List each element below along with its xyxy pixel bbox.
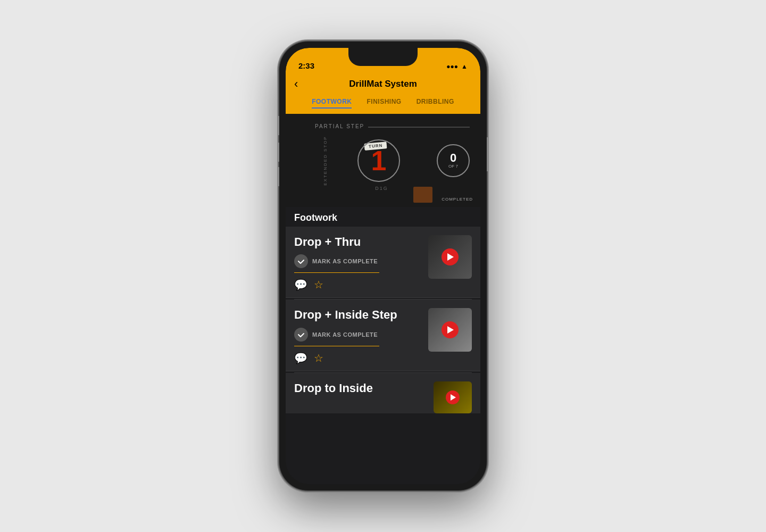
tab-dribbling[interactable]: DRIBBLING (417, 98, 454, 109)
comment-icon[interactable]: 💬 (294, 278, 307, 291)
check-button[interactable] (294, 254, 308, 268)
mark-complete-row: MARK AS COMPLETE (294, 254, 422, 268)
tab-finishing[interactable]: FINISHING (367, 98, 401, 109)
extended-stop-label: EXTENDED STOP (323, 136, 328, 185)
scroll-content: PARTIAL STEP EXTENDED STOP TURN 1 D1G (286, 114, 480, 484)
signal-icon: ●●● (446, 63, 458, 70)
drill-name: Drop + Inside Step (294, 308, 422, 322)
hero-section: PARTIAL STEP EXTENDED STOP TURN 1 D1G (286, 114, 480, 207)
header-title: DrillMat System (349, 79, 417, 89)
header: ‹ DrillMat System FOOTWORK FINISHING DRI… (286, 74, 480, 114)
mark-complete-label: MARK AS COMPLETE (312, 258, 378, 264)
star-icon[interactable]: ☆ (314, 352, 323, 364)
drill-item-partial: Drop to Inside (286, 373, 480, 413)
video-thumbnail[interactable] (434, 381, 472, 413)
play-button[interactable] (434, 381, 472, 413)
drill-info: Drop + Thru MARK AS COMPLETE (294, 235, 422, 291)
completed-of: OF 7 (448, 164, 458, 169)
completed-circle: 0 OF 7 (437, 144, 470, 177)
play-button[interactable] (428, 235, 472, 279)
circle-number: 1 (357, 139, 400, 182)
drill-name: Drop to Inside (294, 381, 427, 395)
video-thumbnail[interactable] (428, 308, 472, 352)
complete-line (294, 272, 379, 273)
tab-bar: FOOTWORK FINISHING DRIBBLING (294, 94, 472, 114)
play-button[interactable] (428, 308, 472, 352)
status-time: 2:33 (298, 61, 314, 70)
star-icon[interactable]: ☆ (314, 278, 323, 291)
drill-actions: 💬 ☆ (294, 352, 422, 364)
section-title: Footwork (286, 207, 480, 227)
drill-info: Drop to Inside (294, 381, 427, 401)
check-button[interactable] (294, 328, 308, 342)
tab-footwork[interactable]: FOOTWORK (312, 98, 352, 109)
phone-notch (348, 48, 418, 66)
back-button[interactable]: ‹ (294, 77, 298, 91)
wifi-icon: ▲ (461, 63, 468, 70)
drill-actions: 💬 ☆ (294, 278, 422, 291)
drill-name: Drop + Thru (294, 235, 422, 249)
dig-label: D1G (375, 186, 388, 191)
partial-step-line (368, 127, 470, 128)
completed-count: 0 (450, 152, 456, 164)
complete-line (294, 346, 379, 346)
drill-info: Drop + Inside Step MARK AS COMPLETE (294, 308, 422, 364)
drill-item: Drop + Inside Step MARK AS COMPLETE (286, 300, 480, 371)
drill-number: 1 (371, 147, 387, 174)
mark-complete-label: MARK AS COMPLETE (312, 331, 378, 338)
status-icons: ●●● ▲ (446, 63, 468, 70)
comment-icon[interactable]: 💬 (294, 352, 307, 364)
small-thumbnail (413, 187, 432, 203)
drill-item: Drop + Thru MARK AS COMPLETE (286, 227, 480, 298)
mark-complete-row: MARK AS COMPLETE (294, 328, 422, 342)
partial-step-label: PARTIAL STEP (315, 123, 364, 129)
video-thumbnail[interactable] (428, 235, 472, 279)
completed-label: COMPLETED (442, 197, 473, 202)
